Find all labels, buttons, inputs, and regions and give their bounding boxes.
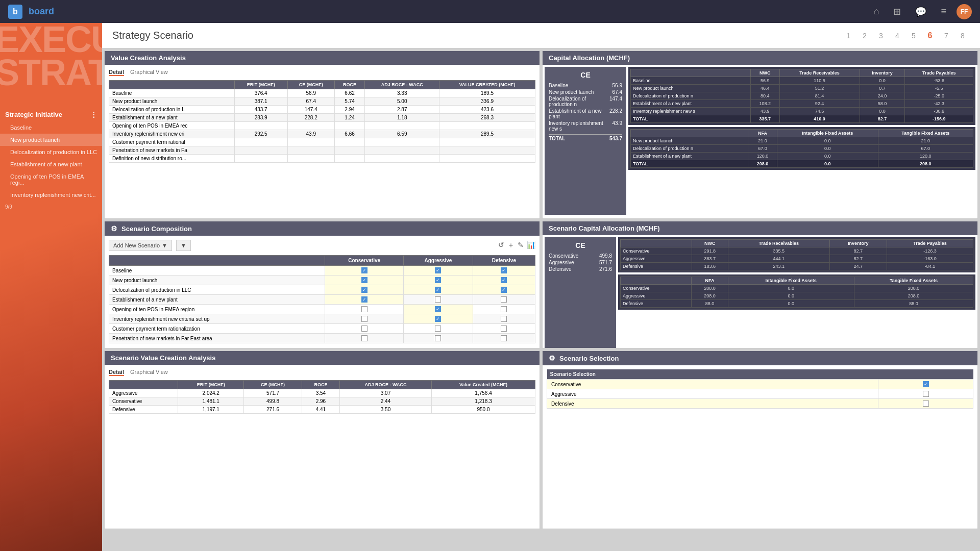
page-num-4[interactable]: 4	[890, 29, 904, 43]
content-area: Strategy Scenario 1 2 3 4 5 6 7 8 Value …	[102, 23, 980, 551]
table-row: Delocalization of production n 80.4 81.4…	[631, 92, 973, 100]
ce-row: Defensive271.6	[549, 266, 612, 272]
sidebar-section-title: Strategic Initiative ⋮	[0, 105, 102, 121]
table-row: Baseline ✓ ✓ ✓	[109, 266, 535, 276]
chart-icon[interactable]: 📊	[527, 241, 535, 250]
table-row: Penetration of new markets in Far East a…	[109, 334, 535, 343]
col-vc: VALUE CREATED (MCHF)	[439, 81, 535, 89]
sidebar-item-new-product-launch[interactable]: New product launch	[0, 134, 102, 146]
value-creation-content: Detail Graphical View EBIT (MCHF) CE (MC…	[105, 65, 540, 167]
table-row: Aggressive	[547, 389, 973, 399]
scenario-value-creation-panel: Scenario Value Creation Analysis Detail …	[104, 350, 540, 529]
logo-b: b	[8, 5, 22, 19]
page-num-2[interactable]: 2	[857, 29, 872, 43]
page-num-5[interactable]: 5	[906, 29, 921, 43]
table-row: TOTAL 335.7 410.0 82.7 -156.9	[631, 115, 973, 123]
sidebar-menu-icon[interactable]: ⋮	[90, 111, 97, 118]
sidebar: EXECUTIVESTRATEGY Strategic Initiative ⋮…	[0, 23, 102, 551]
scenario-composition-panel: ⚙ Scenario Composition Add New Scenario …	[104, 221, 540, 348]
table-row: Delocalization of production in LLC ✓ ✓ …	[109, 285, 535, 295]
table-row: Aggressive 363.7 444.1 82.7 -163.0	[621, 255, 973, 263]
gear-icon: ⚙	[111, 224, 117, 233]
table-row: New product launch 387.1 67.4 5.74 5.00 …	[109, 97, 535, 106]
table-row: Defensive 88.0 0.0 88.0	[621, 300, 973, 308]
vca-tab-detail[interactable]: Detail	[109, 69, 124, 76]
grid-icon[interactable]: ⊞	[893, 6, 901, 17]
edit-icon[interactable]: ✎	[518, 241, 524, 250]
nwc-container: NWC Trade Receivables Inventory Trade Pa…	[628, 67, 975, 125]
sidebar-item-opening-pos[interactable]: Opening of ten POS in EMEA regi...	[0, 170, 102, 189]
table-row: Definition of new distribution ro...	[109, 155, 535, 163]
vca-tab-graphical[interactable]: Graphical View	[130, 69, 168, 76]
panels-grid: Value Creation Analysis Detail Graphical…	[102, 48, 980, 551]
add-icon[interactable]: ＋	[507, 241, 514, 250]
undo-icon[interactable]: ↺	[498, 241, 504, 250]
value-creation-header: Value Creation Analysis	[105, 51, 540, 65]
vca-tabs: Detail Graphical View	[109, 69, 535, 76]
page-num-6[interactable]: 6	[923, 29, 937, 43]
sca-ce-title: CE	[549, 241, 612, 249]
sidebar-count: 9/9	[0, 201, 102, 213]
table-row: Aggressive 2,024.2 571.7 3.54 3.07 1,756…	[109, 389, 535, 397]
scenario-dropdown[interactable]: Add New Scenario ▼	[109, 240, 172, 251]
table-row: Conservative 1,481.1 499.8 2.96 2.44 1,2…	[109, 397, 535, 406]
scenario-composition-table: Conservative Aggressive Defensive Baseli…	[109, 255, 535, 343]
ce-row: Establishment of a new plant228.2	[549, 108, 622, 120]
table-row: Baseline 56.9 110.5 0.0 -53.6	[631, 77, 973, 85]
svc-tab-graphical[interactable]: Graphical View	[130, 369, 168, 376]
scenario-dropdown2[interactable]: ▼	[176, 240, 191, 251]
capital-allocation-content: CE Baseline56.9New product launch67.4Del…	[543, 65, 977, 217]
avatar[interactable]: FF	[957, 4, 972, 19]
ce-row: Aggressive571.7	[549, 259, 612, 266]
page-num-1[interactable]: 1	[841, 29, 855, 43]
value-creation-title: Value Creation Analysis	[111, 54, 186, 62]
capital-allocation-title: Capital Allocation (MCHF)	[549, 54, 630, 62]
table-row: Baseline 376.4 56.9 6.62 3.33 189.5	[109, 89, 535, 97]
capital-allocation-header: Capital Allocation (MCHF)	[543, 51, 977, 65]
page-title: Strategy Scenario	[112, 30, 841, 41]
scenario-selection-panel: ⚙ Scenario Selection Scenario Selection …	[542, 350, 978, 529]
svc-tab-detail[interactable]: Detail	[109, 369, 124, 376]
ss-title: Scenario Selection	[559, 355, 619, 362]
home-icon[interactable]: ⌂	[874, 6, 879, 17]
gear-icon-ss: ⚙	[549, 354, 555, 362]
col-roce: ROCE	[334, 81, 365, 89]
sidebar-item-inventory[interactable]: Inventory replenishment new crit...	[0, 189, 102, 201]
table-row: Establishment of a new plant ✓	[109, 295, 535, 305]
svc-table: EBIT (MCHF) CE (MCHF) ROCE ADJ ROCE - WA…	[109, 380, 535, 414]
table-row: Defensive 183.6 243.1 24.7 -84.1	[621, 263, 973, 270]
ce-row: Conservative499.8	[549, 253, 612, 259]
table-row: Aggressive 208.0 0.0 208.0	[621, 292, 973, 300]
chat-icon[interactable]: 💬	[915, 6, 926, 17]
page-num-3[interactable]: 3	[874, 29, 888, 43]
table-row: Customer payment term rationalization	[109, 324, 535, 334]
table-row: Opening of ten POS in EMEA region ✓	[109, 305, 535, 314]
table-row: Opening of ten POS in EMEA rec	[109, 122, 535, 130]
sidebar-bg-text: EXECUTIVESTRATEGY	[0, 23, 102, 89]
scenario-composition-header: ⚙ Scenario Composition	[105, 221, 540, 236]
table-row: Customer payment term rational	[109, 138, 535, 146]
svc-tabs: Detail Graphical View	[109, 369, 535, 376]
table-row: Inventory replenishment new s 43.9 74.5 …	[631, 108, 973, 115]
page-num-8[interactable]: 8	[955, 29, 970, 43]
menu-icon[interactable]: ≡	[941, 6, 946, 17]
capital-allocation-panel: Capital Allocation (MCHF) CE Baseline56.…	[542, 51, 978, 219]
dropdown-arrow: ▼	[162, 242, 167, 248]
sca-ce-box: CE Conservative499.8Aggressive571.7Defen…	[545, 237, 616, 348]
table-row: TOTAL 208.0 0.0 208.0	[631, 160, 973, 168]
dropdown2-arrow: ▼	[181, 242, 186, 248]
sidebar-item-delocalization[interactable]: Delocalization of production in LLC	[0, 146, 102, 158]
page-num-7[interactable]: 7	[939, 29, 953, 43]
table-row: Conservative 208.0 0.0 208.0	[621, 285, 973, 292]
scenario-composition-title: Scenario Composition	[121, 225, 192, 233]
col-label	[109, 81, 235, 89]
sidebar-item-baseline[interactable]: Baseline	[0, 121, 102, 134]
main-layout: EXECUTIVESTRATEGY Strategic Initiative ⋮…	[0, 23, 980, 551]
table-row: Delocalization of production in L 433.7 …	[109, 106, 535, 114]
ce-box: CE Baseline56.9New product launch67.4Del…	[545, 67, 626, 215]
table-row: Inventory replenishment new cri 292.5 43…	[109, 130, 535, 138]
sca-nwc-table: NWC Trade Receivables Inventory Trade Pa…	[620, 239, 973, 270]
ce-row: TOTAL543.7	[549, 134, 622, 142]
sidebar-item-new-plant[interactable]: Establishment of a new plant	[0, 158, 102, 170]
table-row: Defensive 1,197.1 271.6 4.41 3.50 950.0	[109, 406, 535, 414]
